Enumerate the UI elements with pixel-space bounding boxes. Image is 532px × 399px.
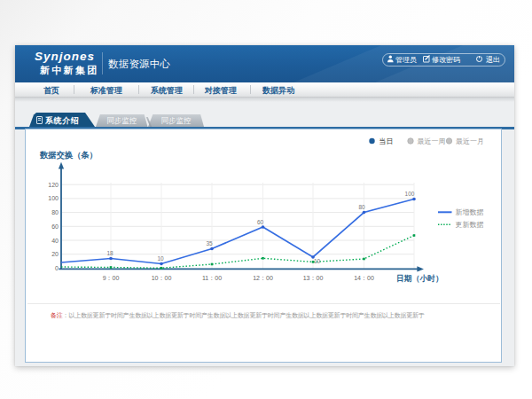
svg-text:18: 18	[106, 250, 113, 256]
svg-text:当日: 当日	[379, 137, 394, 145]
svg-text:12：00: 12：00	[253, 275, 273, 281]
svg-text:20: 20	[51, 251, 59, 257]
svg-text:120: 120	[48, 182, 59, 188]
svg-text:数据交换（条）: 数据交换（条）	[39, 150, 98, 160]
svg-text:管理员: 管理员	[395, 56, 417, 64]
svg-text:退出: 退出	[486, 55, 500, 64]
svg-text:100: 100	[405, 191, 415, 197]
svg-text:最近一周: 最近一周	[418, 137, 446, 145]
svg-text:14：00: 14：00	[354, 275, 374, 281]
svg-text:40: 40	[51, 238, 59, 244]
svg-text:日期（小时）: 日期（小时）	[396, 274, 443, 283]
svg-text:10: 10	[314, 258, 321, 264]
svg-text:修改密码: 修改密码	[432, 56, 460, 64]
svg-text:10: 10	[157, 255, 164, 262]
svg-text:10：00: 10：00	[152, 275, 172, 281]
svg-text:80: 80	[51, 209, 59, 215]
svg-text:35: 35	[206, 240, 213, 246]
svg-text:11：00: 11：00	[202, 275, 222, 281]
svg-text:9：00: 9：00	[103, 275, 120, 281]
svg-text:新增数据: 新增数据	[456, 208, 484, 216]
svg-text:60: 60	[257, 219, 264, 225]
svg-text:13：00: 13：00	[303, 275, 324, 281]
svg-text:最近一月: 最近一月	[456, 137, 484, 145]
svg-text:100: 100	[48, 195, 59, 201]
svg-text:更新数据: 更新数据	[456, 221, 484, 229]
svg-text:60: 60	[51, 223, 59, 230]
svg-text:0: 0	[55, 265, 59, 271]
svg-text:80: 80	[358, 204, 365, 210]
